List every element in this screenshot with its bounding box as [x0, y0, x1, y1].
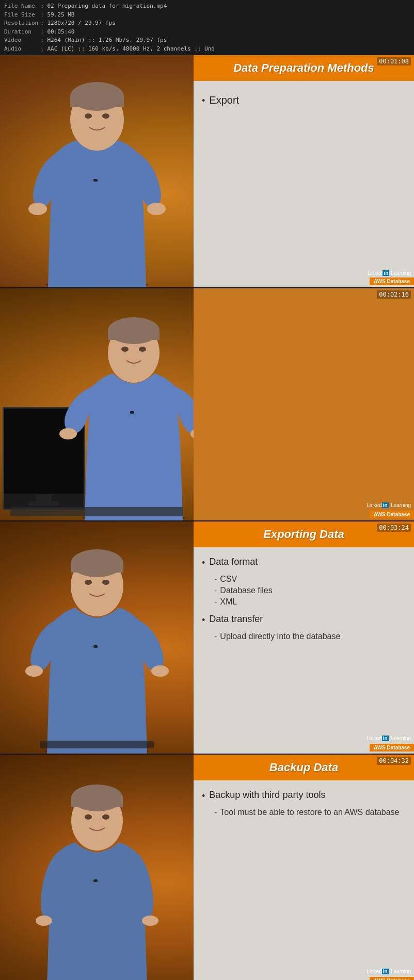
- frame3-slide-title: Exporting Data: [202, 528, 406, 541]
- svg-point-25: [85, 580, 92, 585]
- resolution-value: : 1280x720 / 29.97 fps: [40, 19, 217, 28]
- svg-point-5: [85, 113, 92, 119]
- video-frame-3: 00:03:24 Exporting Data • Data format - …: [0, 521, 414, 754]
- duration-label: Duration: [4, 28, 40, 37]
- duration-value: : 00:05:40: [40, 28, 217, 37]
- svg-point-17: [59, 428, 77, 439]
- frame4-person-area: [0, 755, 194, 980]
- frame3-upload-text: Upload directly into the database: [220, 632, 340, 641]
- filename-value: : 02 Preparing data for migration.mp4: [40, 2, 217, 11]
- bullet-dot-icon: •: [202, 558, 205, 568]
- frame4-slide-panel: 00:04:32 Backup Data • Backup with third…: [194, 755, 414, 980]
- svg-point-7: [28, 203, 47, 215]
- frame3-sub-csv: - CSV: [214, 575, 406, 584]
- video-frame-4: 00:04:32 Backup Data • Backup with third…: [0, 755, 414, 980]
- frame4-slide-content: • Backup with third party tools - Tool m…: [194, 780, 414, 980]
- audio-value: : AAC (LC) :: 160 kb/s, 48000 Hz, 2 chan…: [40, 45, 217, 54]
- svg-rect-14: [108, 331, 160, 340]
- frame4-restore-text: Tool must be able to restore to an AWS d…: [220, 808, 399, 817]
- svg-point-36: [85, 814, 92, 820]
- frame3-xml-text: XML: [220, 597, 237, 607]
- svg-rect-24: [71, 563, 123, 573]
- video-label: Video: [4, 36, 40, 45]
- sub-dash-icon: -: [214, 808, 217, 817]
- frame1-person: [9, 60, 185, 287]
- filesize-label: File Size: [4, 11, 40, 20]
- frame4-aws-badge: AWS Database: [370, 977, 414, 980]
- frame3-sub-dbfiles: - Database files: [214, 586, 406, 595]
- svg-point-6: [102, 113, 109, 119]
- frame4-slide-title: Backup Data: [202, 761, 406, 774]
- video-frame-2: 00:02:16 Linkedin Learning AWS Database: [0, 288, 414, 520]
- frame1-aws-badge: AWS Database: [370, 277, 414, 285]
- filesize-value: : 59.25 MB: [40, 11, 217, 20]
- sub-dash-icon: -: [214, 632, 217, 641]
- frame4-person: [9, 760, 185, 980]
- frame3-datatransfer-text: Data transfer: [209, 614, 263, 625]
- video-value: : H264 (Main) :: 1.26 Mb/s, 29.97 fps: [40, 36, 217, 45]
- bullet-dot-icon: •: [202, 95, 205, 106]
- frame3-sub-upload: - Upload directly into the database: [214, 632, 406, 641]
- sub-dash-icon: -: [214, 586, 217, 595]
- svg-rect-30: [40, 741, 154, 748]
- linkedin-text: Linkedin Learning: [368, 270, 411, 276]
- svg-rect-40: [93, 879, 98, 882]
- frame1-export-text: Export: [209, 94, 239, 106]
- svg-point-28: [151, 665, 169, 677]
- frame3-csv-text: CSV: [220, 575, 237, 584]
- file-info-panel: File Name : 02 Preparing data for migrat…: [0, 0, 414, 55]
- bullet-dot-icon: •: [202, 791, 205, 802]
- svg-rect-9: [93, 179, 98, 182]
- frame3-dataformat-text: Data format: [209, 557, 258, 567]
- frame1-slide-panel: 00:01:08 Data Preparation Methods • Expo…: [194, 55, 414, 287]
- frame4-backup-text: Backup with third party tools: [209, 790, 325, 801]
- frame3-aws-badge: AWS Database: [370, 744, 414, 752]
- video-frame-1: 00:01:08 Data Preparation Methods • Expo…: [0, 55, 414, 287]
- frame3-slide-content: • Data format - CSV - Database files - X…: [194, 547, 414, 754]
- frame2-keyboard: [10, 507, 183, 516]
- svg-rect-4: [70, 96, 124, 107]
- frame3-sub-xml: - XML: [214, 597, 406, 607]
- frame2-right-area: 00:02:16 Linkedin Learning AWS Database: [194, 288, 414, 520]
- frame2-linkedin-logo: Linkedin Learning: [367, 500, 411, 509]
- frame4-sub-restore: - Tool must be able to restore to an AWS…: [214, 808, 406, 817]
- frame2-aws-badge: AWS Database: [370, 511, 414, 518]
- frame3-person: [9, 527, 185, 754]
- frame3-dbfiles-text: Database files: [220, 586, 272, 595]
- frame4-timestamp: 00:04:32: [377, 757, 411, 765]
- svg-point-37: [102, 814, 109, 820]
- frame1-bullet-export: • Export: [202, 94, 406, 106]
- svg-rect-29: [93, 645, 98, 648]
- sub-dash-icon: -: [214, 575, 217, 584]
- frame2-person-area: [0, 288, 194, 520]
- frame3-person-area: [0, 521, 194, 754]
- frame1-slide-content: • Export: [194, 81, 414, 287]
- svg-point-38: [36, 916, 52, 926]
- audio-label: Audio: [4, 45, 40, 54]
- frame1-slide-title: Data Preparation Methods: [202, 61, 406, 75]
- frame4-linkedin-logo: Linkedin Learning: [367, 966, 411, 975]
- frame3-bullet-datatransfer: • Data transfer: [202, 614, 406, 626]
- frame3-slide-panel: 00:03:24 Exporting Data • Data format - …: [194, 521, 414, 754]
- frame1-linkedin-logo: Linkedin Learning: [368, 270, 411, 276]
- sub-dash-icon: -: [214, 597, 217, 607]
- frame4-bullet-backup: • Backup with third party tools: [202, 790, 406, 802]
- frame1-timestamp: 00:01:08: [377, 57, 411, 66]
- svg-point-39: [142, 916, 158, 926]
- frame1-person-area: [0, 55, 194, 287]
- frame3-timestamp: 00:03:24: [377, 524, 411, 532]
- frame2-timestamp: 00:02:16: [377, 290, 411, 299]
- svg-rect-35: [71, 798, 123, 807]
- svg-point-26: [102, 580, 109, 585]
- svg-point-8: [147, 203, 166, 215]
- bullet-dot-icon: •: [202, 615, 205, 626]
- resolution-label: Resolution: [4, 19, 40, 28]
- frame3-bullet-dataformat: • Data format: [202, 557, 406, 568]
- svg-rect-19: [130, 411, 134, 414]
- svg-point-15: [121, 347, 129, 352]
- frame3-linkedin-logo: Linkedin Learning: [367, 733, 411, 742]
- svg-point-27: [25, 665, 43, 677]
- filename-label: File Name: [4, 2, 40, 11]
- svg-point-16: [139, 347, 146, 352]
